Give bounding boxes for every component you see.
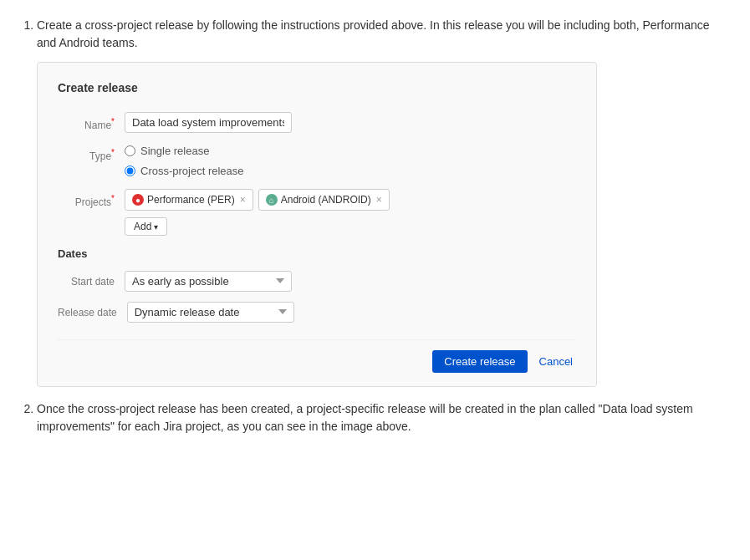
name-row: Name* [58, 112, 576, 133]
projects-field: ● Performance (PER) × ⌂ Android (ANDROID… [125, 189, 576, 236]
single-release-option[interactable]: Single release [125, 143, 576, 160]
single-release-radio[interactable] [125, 145, 135, 156]
release-date-select[interactable]: Dynamic release date [127, 302, 294, 323]
projects-label: Projects* [58, 189, 125, 210]
performance-remove[interactable]: × [240, 192, 246, 207]
performance-icon: ● [132, 194, 144, 206]
add-project-button[interactable]: Add ▾ [125, 217, 167, 236]
dates-section: Dates Start date As early as possible Re… [58, 246, 576, 323]
android-remove[interactable]: × [376, 192, 382, 207]
type-label: Type* [58, 143, 125, 164]
start-date-field: As early as possible [125, 271, 576, 292]
type-row: Type* Single release Cross-project relea… [58, 143, 576, 179]
name-input[interactable] [125, 112, 292, 133]
name-label: Name* [58, 112, 125, 133]
release-date-field: Dynamic release date [127, 302, 576, 323]
form-title: Create release [58, 79, 576, 97]
projects-tags-container: ● Performance (PER) × ⌂ Android (ANDROID… [125, 189, 576, 211]
add-chevron-icon: ▾ [154, 222, 158, 232]
cross-project-radio[interactable] [125, 165, 135, 176]
list-item-1: Create a cross-project release by follow… [37, 17, 730, 387]
start-date-label: Start date [58, 271, 125, 289]
form-footer: Create release Cancel [58, 339, 576, 373]
create-release-form: Create release Name* Type* [37, 62, 597, 387]
start-date-row: Start date As early as possible [58, 271, 576, 292]
cross-project-option[interactable]: Cross-project release [125, 163, 576, 180]
name-field [125, 112, 576, 133]
projects-row: Projects* ● Performance (PER) × ⌂ Androi… [58, 189, 576, 236]
dates-heading: Dates [58, 246, 576, 262]
list-item-2: Once the cross-project release has been … [37, 400, 730, 435]
android-icon: ⌂ [266, 194, 278, 206]
type-radio-group: Single release Cross-project release [125, 143, 576, 179]
start-date-select[interactable]: As early as possible [125, 271, 292, 292]
performance-tag: ● Performance (PER) × [125, 189, 253, 211]
type-field: Single release Cross-project release [125, 143, 576, 179]
create-release-button[interactable]: Create release [432, 350, 527, 373]
release-date-row: Release date Dynamic release date [58, 302, 576, 323]
release-date-label: Release date [58, 302, 127, 320]
cancel-button[interactable]: Cancel [536, 350, 576, 373]
android-tag: ⌂ Android (ANDROID) × [258, 189, 390, 211]
